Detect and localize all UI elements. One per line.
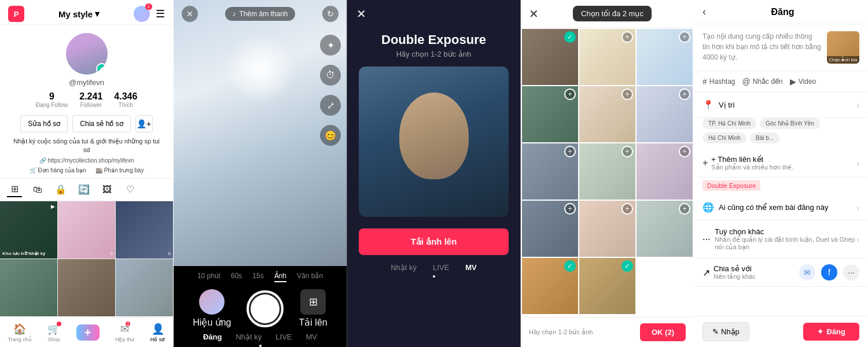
gallery-item-4[interactable]: + — [522, 86, 578, 142]
shutter-button[interactable] — [247, 290, 284, 327]
small-gallery-item-3[interactable] — [637, 258, 693, 314]
duration-photo[interactable]: Ảnh — [274, 272, 286, 282]
draft-button[interactable]: ✎ Nhập — [703, 322, 749, 341]
location-chip-3[interactable]: Hồ Chí Minh — [703, 132, 746, 143]
gallery-item-10[interactable]: + — [522, 201, 578, 257]
filter-button[interactable]: 😊 — [320, 125, 341, 146]
repost-tab[interactable]: 🔄 — [76, 182, 91, 197]
diary-tab[interactable]: Nhật ký — [391, 263, 417, 272]
heart-tab[interactable]: ♡ — [123, 182, 138, 197]
location-chip-2[interactable]: Góc Nhỏ Bình Yên — [760, 118, 820, 129]
speed-button[interactable]: ⤢ — [320, 95, 341, 116]
username: @mylifevn — [69, 78, 104, 87]
app-logo: P — [8, 6, 24, 22]
cover-thumbnail[interactable]: Chọn ảnh bìa — [827, 31, 859, 64]
small-gallery-item-1[interactable]: ✓ — [522, 258, 578, 314]
more-options-section[interactable]: ··· Tuỳ chọn khác Nhấn để quản lý cài đặ… — [694, 220, 867, 259]
edit-profile-button[interactable]: Sửa hồ sơ — [20, 115, 68, 132]
share-left: ↗ Chia sẻ với Nền tảng khác — [703, 264, 756, 280]
grid-item-2[interactable]: 0 — [58, 201, 115, 259]
gallery-item-5[interactable]: + — [579, 86, 635, 142]
add-photo-button[interactable]: + — [96, 63, 108, 75]
upload-button[interactable]: ⊞ Tải lên — [299, 289, 328, 328]
lock-tab[interactable]: 🔒 — [53, 182, 68, 197]
gallery-item-12[interactable]: + — [637, 201, 693, 257]
small-avatar[interactable]: 1 — [134, 6, 150, 22]
ok-button[interactable]: OK (2) — [640, 323, 686, 341]
post-title: Đăng — [771, 7, 795, 17]
gallery-panel: ✕ Chọn tối đa 2 mục ✓ + + + + + — [521, 0, 694, 347]
inbox-nav[interactable]: ✉ 2 Hộp thư — [115, 323, 135, 342]
grid-tab[interactable]: ⊞ — [7, 182, 22, 197]
gallery-item-2[interactable]: + — [579, 29, 635, 85]
orders-item[interactable]: 🛒 Đơn hàng của bạn — [30, 167, 86, 174]
camera-close-button[interactable]: ✕ — [182, 6, 198, 22]
duration-60s[interactable]: 60s — [231, 272, 242, 282]
messenger-button[interactable]: ✉ — [799, 264, 815, 280]
gallery-small-row: ✓ ✓ — [521, 258, 694, 314]
add-friend-button[interactable]: 👤+ — [135, 115, 153, 132]
gallery-item-6[interactable]: + — [637, 86, 693, 142]
add-link-section[interactable]: + + Thêm liên kết Sản phẩm và nhiều hơn … — [694, 149, 867, 178]
gallery-close-button[interactable]: ✕ — [529, 7, 539, 21]
also-see-section[interactable]: 🌐 Ai cũng có thể xem bài đăng này › — [694, 195, 867, 220]
grid-item-3[interactable]: 0 — [116, 201, 173, 259]
profile-link[interactable]: 🔗 https://mycollection.shop/mylifevn — [39, 157, 134, 164]
gallery-item-1[interactable]: ✓ — [522, 29, 578, 85]
duration-15s[interactable]: 15s — [252, 272, 263, 282]
location-chip-1[interactable]: TP. Hồ Chí Minh — [703, 118, 756, 129]
diary-tab[interactable]: Nhật ký — [236, 333, 262, 341]
add-indicator: + — [679, 146, 690, 157]
shop-row: 🛒 Đơn hàng của bạn 🏬 Phần trưng bày — [30, 167, 144, 174]
add-music-button[interactable]: ♪ Thêm âm thanh — [225, 7, 295, 21]
timer-button[interactable]: ⏱ — [320, 65, 341, 86]
more-platforms-button[interactable]: ··· — [843, 264, 859, 280]
grid-item-1[interactable]: Kho lưu trữ Nhật ký ▶ — [0, 201, 57, 259]
refresh-button[interactable]: ↻ — [322, 6, 339, 22]
profile-icon: 👤 — [152, 323, 164, 335]
mv-tab[interactable]: MV — [465, 263, 477, 272]
home-nav[interactable]: 🏠 Trang chủ — [8, 323, 32, 342]
gallery-item-9[interactable]: + — [637, 143, 693, 200]
gallery-item-11[interactable]: + — [579, 201, 635, 257]
profile-section: + @mylifevn 9 Đang Follow 2.241 Follower… — [0, 25, 173, 178]
back-button[interactable]: ‹ — [703, 6, 706, 18]
post-tab[interactable]: Đăng — [203, 333, 222, 341]
caption-input[interactable]: Tạo nội dung cung cấp nhiều thông tin hơ… — [703, 31, 821, 64]
hashtag-button[interactable]: # Hashtag — [703, 77, 735, 86]
location-chip-4[interactable]: Bài b... — [750, 132, 779, 143]
mv-tab[interactable]: MV — [306, 333, 318, 341]
live-tab[interactable]: LIVE — [433, 263, 449, 272]
likes-stat[interactable]: 4.346 Thích — [114, 91, 137, 108]
duration-10min[interactable]: 10 phút — [197, 272, 220, 282]
video-tag-button[interactable]: ▶ Video — [790, 77, 816, 86]
post-button[interactable]: ✦ Đăng — [803, 323, 860, 341]
flip-camera-button[interactable]: ✦ — [320, 35, 341, 56]
gallery-item-7[interactable]: + — [522, 143, 578, 200]
de-close-button[interactable]: ✕ — [356, 7, 366, 21]
small-gallery-item-2[interactable]: ✓ — [579, 258, 635, 314]
following-stat[interactable]: 9 Đang Follow — [36, 91, 68, 108]
menu-icon[interactable]: ☰ — [156, 8, 165, 20]
profile-nav[interactable]: 👤 Hồ sơ — [150, 323, 165, 342]
photo-tab[interactable]: 🖼 — [100, 182, 115, 197]
shop-tab[interactable]: 🛍 — [30, 182, 45, 197]
grid-item-5[interactable] — [58, 259, 115, 316]
gallery-item-3[interactable]: + — [637, 29, 693, 85]
grid-item-4[interactable] — [0, 259, 57, 316]
showcase-item[interactable]: 🏬 Phần trưng bày — [95, 167, 144, 174]
share-profile-button[interactable]: Chia sẻ hồ sơ — [72, 115, 130, 132]
followers-stat[interactable]: 2.241 Follower — [79, 91, 102, 108]
mention-button[interactable]: @ Nhắc đến — [742, 77, 783, 86]
live-tab[interactable]: LIVE — [275, 333, 292, 341]
selected-indicator: ✓ — [564, 31, 576, 43]
shop-nav[interactable]: 🛒 Shop — [47, 323, 60, 342]
grid-item-6[interactable] — [116, 259, 173, 316]
upload-photo-button[interactable]: Tải ảnh lên — [359, 228, 509, 255]
facebook-button[interactable]: f — [821, 264, 837, 280]
location-section[interactable]: 📍 Vị trí › — [694, 93, 867, 118]
effects-button[interactable]: Hiệu ứng — [193, 289, 231, 328]
create-button[interactable]: + — [76, 324, 100, 341]
duration-text[interactable]: Văn bản — [297, 272, 323, 282]
gallery-item-8[interactable]: + — [579, 143, 635, 200]
